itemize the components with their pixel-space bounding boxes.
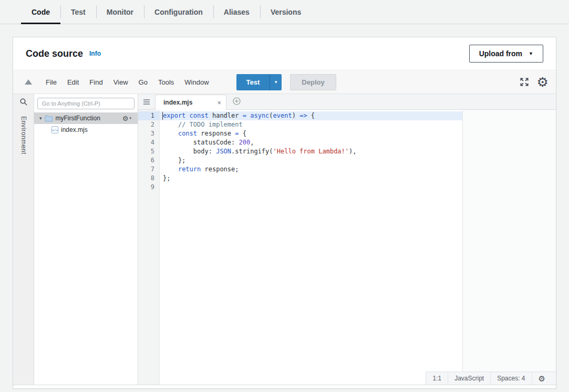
- upload-from-label: Upload from: [479, 49, 522, 58]
- function-tabs: Code Test Monitor Configuration Aliases …: [0, 0, 569, 24]
- menu-go[interactable]: Go: [133, 70, 153, 94]
- editor-tab-index-mjs[interactable]: index.mjs ×: [155, 95, 226, 110]
- gutter-line-number[interactable]: 7: [138, 165, 159, 174]
- search-icon: [19, 98, 28, 106]
- gutter-line-number[interactable]: 6: [138, 156, 159, 165]
- code-line: const response = {: [160, 129, 556, 138]
- gutter-line-number[interactable]: 9: [138, 183, 159, 192]
- code-line: // TODO implement: [160, 120, 556, 129]
- folder-icon: [45, 115, 53, 122]
- file-tree: ▾ myFirstFunction ⚙ ▾ </>: [34, 112, 138, 136]
- tree-item-folder[interactable]: ▾ myFirstFunction ⚙ ▾: [34, 112, 138, 124]
- test-button[interactable]: Test: [236, 74, 270, 90]
- code-line: };: [160, 156, 556, 165]
- code-source-card: Code source Info Upload from ▼ File Edit…: [13, 37, 556, 389]
- test-split-button: Test ▼: [236, 74, 282, 90]
- goto-anything-input[interactable]: [37, 98, 135, 109]
- editor-tab-label: index.mjs: [163, 99, 192, 106]
- close-icon[interactable]: ×: [217, 99, 221, 107]
- code-editor: index.mjs × 123456789 export const handl…: [138, 94, 556, 385]
- test-dropdown-caret[interactable]: ▼: [270, 74, 282, 90]
- gutter-line-number[interactable]: 5: [138, 147, 159, 156]
- tab-monitor[interactable]: Monitor: [96, 0, 144, 24]
- code-line: [160, 183, 556, 192]
- tab-list-icon[interactable]: [143, 99, 150, 105]
- card-header: Code source Info Upload from ▼: [13, 37, 556, 70]
- new-tab-plus-icon[interactable]: [233, 97, 241, 105]
- tab-versions[interactable]: Versions: [260, 0, 312, 24]
- tree-item-label: index.mjs: [61, 126, 88, 133]
- editor-settings-gear-icon[interactable]: ⚙: [537, 76, 549, 89]
- environment-strip: Environment: [13, 94, 34, 385]
- menu-file[interactable]: File: [40, 70, 62, 94]
- tab-code[interactable]: Code: [21, 0, 60, 24]
- tree-item-label: myFirstFunction: [56, 115, 100, 122]
- editor-menubar: File Edit Find View Go Tools Window Test…: [13, 70, 556, 94]
- gutter-line-number[interactable]: 2: [138, 120, 159, 129]
- tab-test[interactable]: Test: [60, 0, 96, 24]
- editor-tabstrip: index.mjs ×: [138, 94, 556, 110]
- js-file-icon: </>: [51, 126, 58, 133]
- status-gear-icon[interactable]: ⚙: [532, 372, 552, 385]
- language-mode[interactable]: JavaScript: [448, 372, 490, 385]
- tree-item-file[interactable]: </> index.mjs: [34, 124, 138, 136]
- info-link[interactable]: Info: [89, 50, 101, 57]
- tab-aliases[interactable]: Aliases: [213, 0, 260, 24]
- code-line: statusCode: 200,: [160, 138, 556, 147]
- menu-find[interactable]: Find: [84, 70, 108, 94]
- chevron-down-icon: ▼: [529, 51, 533, 56]
- upload-from-button[interactable]: Upload from ▼: [469, 45, 543, 63]
- gutter-line-number[interactable]: 8: [138, 174, 159, 183]
- menu-window[interactable]: Window: [179, 70, 214, 94]
- gutter-line-number[interactable]: 3: [138, 129, 159, 138]
- code-area: 123456789 export const handler = async(e…: [138, 110, 556, 385]
- tree-settings-button[interactable]: ⚙ ▾: [122, 115, 138, 122]
- gutter-line-number[interactable]: 4: [138, 138, 159, 147]
- tree-expand-caret-icon[interactable]: ▾: [39, 116, 42, 121]
- gutter[interactable]: 123456789: [138, 110, 160, 385]
- tab-configuration[interactable]: Configuration: [144, 0, 213, 24]
- code-line: body: JSON.stringify('Hello from Lambda!…: [160, 147, 556, 156]
- gear-icon: ⚙: [122, 115, 129, 122]
- environment-label[interactable]: Environment: [20, 116, 27, 154]
- fullscreen-icon[interactable]: [519, 77, 530, 87]
- file-tree-panel: ▾ myFirstFunction ⚙ ▾ </>: [34, 94, 138, 385]
- spaces-setting[interactable]: Spaces: 4: [490, 372, 531, 385]
- editor-status-bar: 1:1 JavaScript Spaces: 4 ⚙: [426, 372, 556, 385]
- deploy-button[interactable]: Deploy: [290, 74, 336, 90]
- menu-edit[interactable]: Edit: [62, 70, 84, 94]
- svg-text:</>: </>: [52, 128, 58, 132]
- menu-view[interactable]: View: [108, 70, 133, 94]
- menu-tools[interactable]: Tools: [153, 70, 179, 94]
- chevron-down-icon: ▾: [129, 116, 131, 120]
- code-lines[interactable]: export const handler = async(event) => {…: [160, 110, 556, 385]
- gutter-line-number[interactable]: 1: [138, 111, 159, 120]
- code-line: export const handler = async(event) => {: [160, 111, 556, 120]
- editor-workspace: Environment ▾ myFirstFunction ⚙ ▾: [13, 94, 556, 385]
- cloud9-logo-icon[interactable]: [25, 79, 32, 85]
- page-title: Code source: [26, 48, 83, 59]
- code-line: };: [160, 174, 556, 183]
- sidebar-search-button[interactable]: [13, 94, 34, 110]
- cursor-position: 1:1: [426, 372, 448, 385]
- code-line: return response;: [160, 165, 556, 174]
